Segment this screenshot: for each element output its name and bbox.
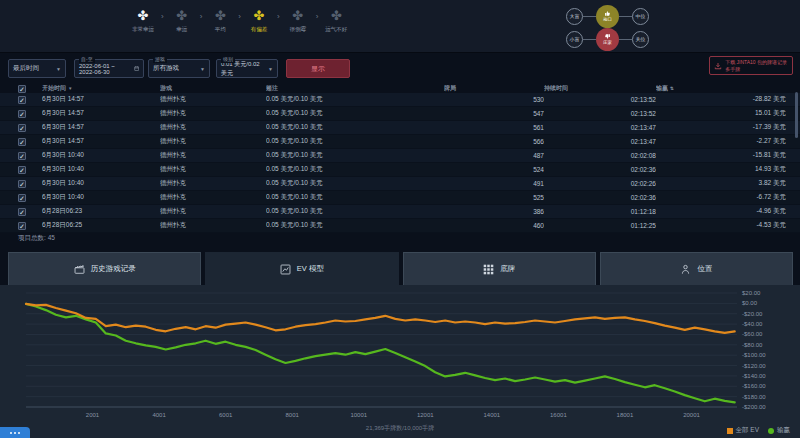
- position-badge-小盲[interactable]: 小盲: [566, 31, 583, 48]
- ev-chart: $20.00$0.00-$20.00-$40.00-$60.00-$80.00-…: [0, 285, 800, 438]
- position-badge-关位[interactable]: 关位: [632, 31, 649, 48]
- tab-positions[interactable]: 位置: [600, 252, 793, 285]
- position-badge-中位[interactable]: 中位: [632, 8, 649, 25]
- clover-icon: ✤: [292, 9, 303, 23]
- cell-hands: 386: [444, 208, 544, 215]
- position-row: 大盲枪口中位: [566, 5, 649, 27]
- row-checkbox[interactable]: ✓: [18, 110, 26, 118]
- column-header-2[interactable]: 赌注: [266, 84, 444, 93]
- svg-text:18001: 18001: [617, 412, 634, 418]
- table-row[interactable]: ✓6月30日 10:40德州扑克0.05 美元/0.10 美元48702:02:…: [0, 149, 800, 163]
- row-checkbox[interactable]: ✓: [18, 152, 26, 160]
- table-row[interactable]: ✓6月30日 10:40德州扑克0.05 美元/0.10 美元49102:02:…: [0, 177, 800, 191]
- date-range-field[interactable]: 自-至 2022-06-01 ~ 2022-06-30: [74, 59, 144, 78]
- grid-icon: [483, 264, 494, 275]
- svg-text:-$200.00: -$200.00: [742, 404, 766, 410]
- chart-legend: 全部 EV输赢: [727, 426, 790, 435]
- tab-holecards[interactable]: 底牌: [403, 252, 596, 285]
- position-badge-枪口[interactable]: 枪口: [596, 5, 619, 28]
- clover-icon: ✤: [215, 9, 226, 23]
- svg-text:-$180.00: -$180.00: [742, 394, 766, 400]
- row-checkbox[interactable]: ✓: [18, 166, 26, 174]
- position-badge-label: 关位: [636, 36, 646, 42]
- table-row[interactable]: ✓6月28日06:23德州扑克0.05 美元/0.10 美元38601:12:1…: [0, 205, 800, 219]
- table-row[interactable]: ✓6月30日 14:57德州扑克0.05 美元/0.10 美元54702:13:…: [0, 107, 800, 121]
- sort-icon: ⇅: [670, 86, 674, 91]
- luck-item[interactable]: ✤运气不好: [319, 9, 353, 33]
- luck-scale: ✤非常幸运›✤幸运›✤平均›✤有偏差›✤很倒霉›✤运气不好: [126, 9, 353, 33]
- game-select[interactable]: 游戏 所有游戏 ▼: [148, 59, 210, 78]
- stakes-select-label: 级别: [221, 56, 235, 63]
- row-checkbox[interactable]: ✓: [18, 138, 26, 146]
- row-checkbox[interactable]: ✓: [18, 194, 26, 202]
- cell-start: 6月30日 14:57: [42, 109, 160, 118]
- cell-game: 德州扑克: [160, 151, 266, 160]
- table-row[interactable]: ✓6月28日06:25德州扑克0.05 美元/0.10 美元46001:12:2…: [0, 219, 800, 233]
- sort-select[interactable]: 最后时间 ▼: [8, 59, 66, 78]
- luck-item-label: 有偏差: [251, 26, 268, 33]
- tab-ev-model[interactable]: EV 模型: [205, 252, 398, 285]
- cell-start: 6月28日06:25: [42, 221, 160, 230]
- download-records-link[interactable]: 下载 JINTA10 包的牌谱记录 多手牌: [709, 56, 793, 75]
- stakes-select[interactable]: 级别 0.01 美元/0.02 美元 ▼: [216, 59, 278, 78]
- clover-icon: ✤: [331, 9, 342, 23]
- column-header-3[interactable]: 牌局: [444, 84, 544, 93]
- row-checkbox[interactable]: ✓: [18, 222, 26, 230]
- row-checkbox[interactable]: ✓: [18, 180, 26, 188]
- download-text-line1: 下载 JINTA10 包的牌谱记录: [725, 59, 787, 66]
- luck-item[interactable]: ✤有偏差: [242, 9, 276, 33]
- row-checkbox[interactable]: ✓: [18, 208, 26, 216]
- luck-item[interactable]: ✤平均: [203, 9, 237, 33]
- svg-text:-$120.00: -$120.00: [742, 363, 766, 369]
- cell-result: -28.82 美元: [656, 95, 786, 104]
- position-badge-庄家[interactable]: 庄家: [596, 28, 619, 51]
- row-checkbox[interactable]: ✓: [18, 96, 26, 104]
- chat-widget-button[interactable]: [0, 427, 30, 438]
- cell-stakes: 0.05 美元/0.10 美元: [266, 221, 444, 230]
- legend-item-winnings[interactable]: 输赢: [768, 426, 790, 435]
- cell-result: -4.53 美元: [656, 221, 786, 230]
- luck-item[interactable]: ✤非常幸运: [126, 9, 160, 33]
- position-grid: 大盲枪口中位小盲庄家关位: [566, 5, 649, 50]
- tab-history[interactable]: 历史游戏记录: [8, 252, 201, 285]
- position-badge-label: 庄家: [603, 40, 612, 45]
- table-row[interactable]: ✓6月30日 14:57德州扑克0.05 美元/0.10 美元56602:13:…: [0, 135, 800, 149]
- column-header-4[interactable]: 持续时间: [544, 84, 656, 93]
- connector-line: [619, 16, 632, 17]
- cell-duration: 02:13:52: [544, 96, 656, 103]
- ev-chart-icon: [280, 264, 291, 275]
- connector-line: [583, 39, 596, 40]
- cell-start: 6月30日 14:57: [42, 137, 160, 146]
- history-icon: [74, 264, 85, 275]
- download-icon: [714, 62, 722, 70]
- luck-item[interactable]: ✤幸运: [165, 9, 199, 33]
- table-scrollbar[interactable]: [795, 92, 798, 138]
- cell-stakes: 0.05 美元/0.10 美元: [266, 165, 444, 174]
- svg-text:8001: 8001: [286, 412, 300, 418]
- column-header-0[interactable]: 开始时间▼: [42, 84, 160, 93]
- cell-duration: 01:12:25: [544, 222, 656, 229]
- svg-text:-$80.00: -$80.00: [742, 342, 763, 348]
- table-row[interactable]: ✓6月30日 10:40德州扑克0.05 美元/0.10 美元52502:02:…: [0, 191, 800, 205]
- cell-start: 6月30日 10:40: [42, 165, 160, 174]
- table-row[interactable]: ✓6月30日 10:40德州扑克0.05 美元/0.10 美元52402:02:…: [0, 163, 800, 177]
- table-row[interactable]: ✓6月30日 14:57德州扑克0.05 美元/0.10 美元53002:13:…: [0, 93, 800, 107]
- table-row[interactable]: ✓6月30日 14:57德州扑克0.05 美元/0.10 美元56102:13:…: [0, 121, 800, 135]
- column-header-5[interactable]: 输赢⇅: [656, 84, 786, 93]
- cell-start: 6月30日 14:57: [42, 123, 160, 132]
- svg-text:4001: 4001: [152, 412, 166, 418]
- cell-stakes: 0.05 美元/0.10 美元: [266, 193, 444, 202]
- select-all-checkbox[interactable]: ✓: [18, 85, 26, 93]
- cell-stakes: 0.05 美元/0.10 美元: [266, 207, 444, 216]
- top-bar: ✤非常幸运›✤幸运›✤平均›✤有偏差›✤很倒霉›✤运气不好 大盲枪口中位小盲庄家…: [0, 0, 800, 53]
- column-header-1[interactable]: 游戏: [160, 84, 266, 93]
- svg-text:12001: 12001: [417, 412, 434, 418]
- position-icon: [680, 264, 691, 275]
- cell-start: 6月30日 14:57: [42, 95, 160, 104]
- position-badge-label: 中位: [636, 13, 646, 19]
- row-checkbox[interactable]: ✓: [18, 124, 26, 132]
- position-badge-大盲[interactable]: 大盲: [566, 8, 583, 25]
- show-button[interactable]: 显示: [286, 59, 350, 78]
- legend-item-ev[interactable]: 全部 EV: [727, 426, 759, 435]
- luck-item[interactable]: ✤很倒霉: [281, 9, 315, 33]
